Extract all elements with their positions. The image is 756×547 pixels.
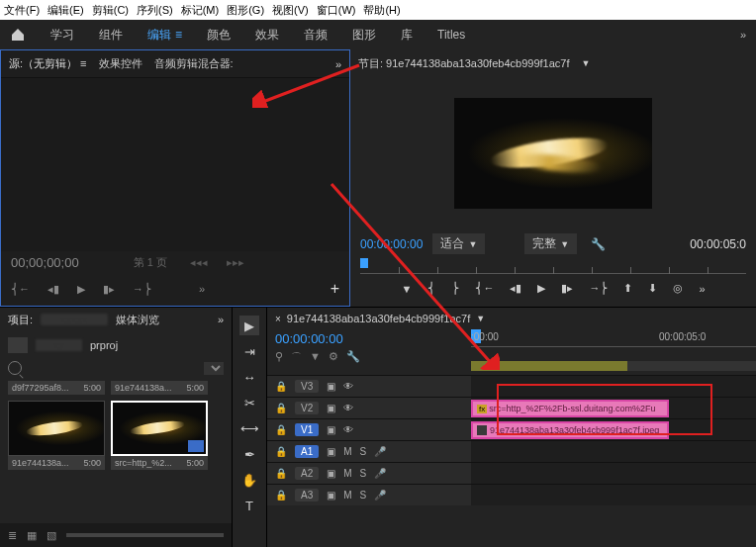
mark-in-icon[interactable]: ⎨← <box>11 283 30 296</box>
type-tool-icon[interactable]: T <box>239 496 259 515</box>
mute-icon[interactable]: M <box>343 468 351 479</box>
hand-tool-icon[interactable]: ✋ <box>239 470 259 490</box>
source-overflow-icon[interactable]: » <box>335 58 341 70</box>
track-label[interactable]: V1 <box>295 423 319 436</box>
link-icon[interactable]: ⌒ <box>291 350 302 365</box>
program-playhead-icon[interactable] <box>360 258 368 268</box>
add-marker-icon[interactable]: ▼ <box>401 283 412 295</box>
eye-icon[interactable]: 👁 <box>343 381 353 392</box>
source-nav-right-icon[interactable]: ▸▸▸ <box>227 256 244 269</box>
menu-help[interactable]: 帮助(H) <box>363 3 400 18</box>
lock-icon[interactable]: 🔒 <box>275 424 287 435</box>
wrench-icon[interactable]: 🔧 <box>346 350 360 365</box>
toggle-output-icon[interactable]: ▣ <box>327 446 335 457</box>
menu-sequence[interactable]: 序列(S) <box>137 3 173 18</box>
timeline-timecode[interactable]: 00:00:00:00 <box>275 331 463 346</box>
timeline-zoombar[interactable] <box>471 361 756 371</box>
menu-marker[interactable]: 标记(M) <box>181 3 220 18</box>
mic-icon[interactable]: 🎤 <box>374 468 386 479</box>
program-more-icon[interactable]: » <box>699 283 705 295</box>
freeform-view-icon[interactable]: ▧ <box>47 529 56 542</box>
zoom-slider[interactable] <box>66 533 224 537</box>
timeline-tab-dropdown-icon[interactable]: ▼ <box>476 314 485 323</box>
lock-icon[interactable]: 🔒 <box>275 468 287 479</box>
timeline-sequence-tab[interactable]: 91e744138aba13a30feb4cb999f1ac7f <box>287 313 470 324</box>
track-label[interactable]: A2 <box>295 467 319 480</box>
go-in-icon[interactable]: ⎨← <box>475 282 494 295</box>
search-icon[interactable] <box>8 361 22 375</box>
timeline-ruler[interactable]: :00:00 00:00:05:0 <box>471 329 756 347</box>
project-overflow-icon[interactable]: » <box>218 314 224 325</box>
track-body[interactable] <box>471 463 756 484</box>
fit-select[interactable]: 适合 ▼ <box>432 233 485 254</box>
lock-icon[interactable]: 🔒 <box>275 403 287 413</box>
bin-item[interactable]: src=http_%2...5:00 <box>111 401 208 470</box>
ws-lib[interactable]: 库 <box>401 27 413 44</box>
media-browser-tab[interactable]: 媒体浏览 <box>116 313 159 327</box>
project-tab[interactable]: 项目: <box>8 313 33 327</box>
step-back-icon[interactable]: ◂▮ <box>47 283 59 296</box>
pen-tool-icon[interactable]: ✒ <box>239 444 259 464</box>
solo-icon[interactable]: S <box>360 446 367 457</box>
toggle-output-icon[interactable]: ▣ <box>327 468 335 479</box>
menu-graphics[interactable]: 图形(G) <box>227 3 264 18</box>
home-icon[interactable] <box>10 27 26 43</box>
ws-effects[interactable]: 效果 <box>255 27 279 44</box>
lock-icon[interactable]: 🔒 <box>275 490 287 501</box>
mark-out-icon[interactable]: ⎬ <box>451 282 459 295</box>
close-seq-icon[interactable]: × <box>275 314 281 324</box>
slip-tool-icon[interactable]: ⟷ <box>239 418 259 438</box>
toggle-output-icon[interactable]: ▣ <box>327 490 335 501</box>
program-dropdown-icon[interactable]: ▼ <box>581 58 590 68</box>
list-view-icon[interactable]: ≣ <box>8 529 17 542</box>
eye-icon[interactable]: 👁 <box>343 424 353 435</box>
step-fwd-icon[interactable]: ▮▸ <box>103 283 115 296</box>
ripple-tool-icon[interactable]: ↔ <box>239 367 259 387</box>
export-frame-icon[interactable]: ◎ <box>673 282 683 295</box>
mic-icon[interactable]: 🎤 <box>374 490 386 501</box>
clip-v2[interactable]: fxsrc=http_%2F%2Fb-ssl.duitang.com%2Fu <box>471 400 669 417</box>
step-fwd-icon[interactable]: ▮▸ <box>561 282 573 295</box>
snap-icon[interactable]: ⚲ <box>275 350 283 365</box>
marker-icon[interactable]: ▼ <box>310 350 321 365</box>
lift-icon[interactable]: ⬆ <box>623 282 632 295</box>
mark-out-icon[interactable]: →⎬ <box>133 283 151 296</box>
play-icon[interactable]: ▶ <box>537 282 545 295</box>
ws-graphics[interactable]: 图形 <box>352 27 376 44</box>
program-title[interactable]: 节目: 91e744138aba13a30feb4cb999f1ac7f <box>358 56 569 71</box>
ws-titles[interactable]: Titles <box>437 28 465 42</box>
track-body[interactable] <box>471 485 756 505</box>
mic-icon[interactable]: 🎤 <box>374 446 386 457</box>
clip-v1[interactable]: 91e744138aba13a30feb4cb999f1ac7f.jpeg <box>471 421 669 439</box>
mute-icon[interactable]: M <box>343 446 351 457</box>
ws-overflow-icon[interactable]: » <box>740 29 746 41</box>
track-body[interactable]: 91e744138aba13a30feb4cb999f1ac7f.jpeg <box>471 419 756 440</box>
program-ruler[interactable] <box>360 260 746 274</box>
track-label[interactable]: V3 <box>295 380 319 393</box>
filter-select[interactable] <box>204 362 224 375</box>
menu-view[interactable]: 视图(V) <box>272 3 309 18</box>
extract-icon[interactable]: ⬇ <box>648 282 657 295</box>
track-body[interactable] <box>471 376 756 397</box>
bin-item[interactable]: d9f77295af8...5:00 <box>8 381 105 395</box>
bin-item[interactable]: 91e744138a...5:00 <box>111 381 208 395</box>
lock-icon[interactable]: 🔒 <box>275 446 287 457</box>
quality-select[interactable]: 完整 ▼ <box>524 233 577 254</box>
razor-tool-icon[interactable]: ✂ <box>239 393 259 412</box>
audio-mixer-tab[interactable]: 音频剪辑混合器: <box>154 56 234 71</box>
bin-item[interactable]: 91e744138a...5:00 <box>8 401 105 470</box>
program-viewer[interactable] <box>350 77 756 229</box>
source-viewer[interactable] <box>1 78 349 251</box>
source-tab[interactable]: 源:（无剪辑） <box>9 56 87 71</box>
eye-icon[interactable]: 👁 <box>343 403 353 413</box>
ws-color[interactable]: 颜色 <box>207 27 231 44</box>
effect-controls-tab[interactable]: 效果控件 <box>99 56 142 71</box>
solo-icon[interactable]: S <box>360 468 367 479</box>
add-button-icon[interactable]: + <box>331 280 339 298</box>
program-timecode[interactable]: 00:00:00:00 <box>360 237 423 251</box>
solo-icon[interactable]: S <box>360 490 367 501</box>
track-body[interactable] <box>471 441 756 462</box>
track-body[interactable]: fxsrc=http_%2F%2Fb-ssl.duitang.com%2Fu <box>471 398 756 418</box>
play-icon[interactable]: ▶ <box>77 283 85 296</box>
source-timecode[interactable]: 00;00;00;00 <box>11 255 79 270</box>
